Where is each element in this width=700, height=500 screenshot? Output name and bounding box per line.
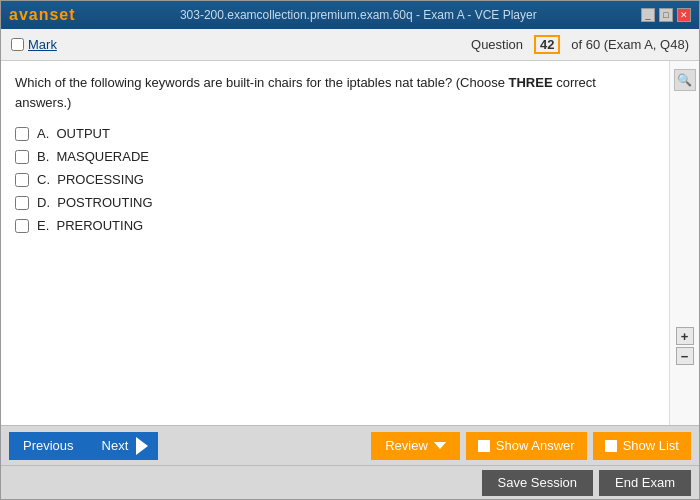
action-bar: Save Session End Exam xyxy=(1,465,699,499)
review-label: Review xyxy=(385,438,428,453)
show-answer-icon xyxy=(478,440,490,452)
previous-button[interactable]: Previous xyxy=(9,432,88,460)
window-controls: _ □ ✕ xyxy=(641,8,691,22)
show-list-label: Show List xyxy=(623,438,679,453)
logo: avanset xyxy=(9,6,76,24)
show-list-icon xyxy=(605,440,617,452)
mark-checkbox-label[interactable]: Mark xyxy=(11,37,57,52)
answer-checkbox-b[interactable] xyxy=(15,150,29,164)
right-sidebar: 🔍 + − xyxy=(669,61,699,425)
zoom-in-button[interactable]: + xyxy=(676,327,694,345)
main-content: Which of the following keywords are buil… xyxy=(1,61,669,425)
next-button[interactable]: Next xyxy=(88,432,159,460)
answer-label-d: D. POSTROUTING xyxy=(37,195,153,210)
answer-label-a: A. OUTPUT xyxy=(37,126,110,141)
search-icon[interactable]: 🔍 xyxy=(674,69,696,91)
toolbar: Mark Question 42 of 60 (Exam A, Q48) xyxy=(1,29,699,61)
next-label: Next xyxy=(102,438,129,453)
maximize-button[interactable]: □ xyxy=(659,8,673,22)
review-button[interactable]: Review xyxy=(371,432,460,460)
answer-checkbox-c[interactable] xyxy=(15,173,29,187)
question-text-bold: THREE xyxy=(509,75,553,90)
mark-checkbox-input[interactable] xyxy=(11,38,24,51)
main-window: avanset 303-200.examcollection.premium.e… xyxy=(0,0,700,500)
show-list-button[interactable]: Show List xyxy=(593,432,691,460)
show-answer-label: Show Answer xyxy=(496,438,575,453)
answer-label-b: B. MASQUERADE xyxy=(37,149,149,164)
logo-accent: av xyxy=(9,6,29,23)
nav-right-buttons: Review Show Answer Show List xyxy=(371,432,691,460)
question-info: Question 42 of 60 (Exam A, Q48) xyxy=(471,35,689,54)
question-text: Which of the following keywords are buil… xyxy=(15,73,655,112)
answer-label-c: C. PROCESSING xyxy=(37,172,144,187)
title-bar: avanset 303-200.examcollection.premium.e… xyxy=(1,1,699,29)
answer-option-c: C. PROCESSING xyxy=(15,172,655,187)
minimize-button[interactable]: _ xyxy=(641,8,655,22)
show-answer-button[interactable]: Show Answer xyxy=(466,432,587,460)
mark-label: Mark xyxy=(28,37,57,52)
end-exam-button[interactable]: End Exam xyxy=(599,470,691,496)
save-session-button[interactable]: Save Session xyxy=(482,470,594,496)
logo-text: avanset xyxy=(9,6,76,24)
answer-checkbox-e[interactable] xyxy=(15,219,29,233)
answer-option-a: A. OUTPUT xyxy=(15,126,655,141)
zoom-out-button[interactable]: − xyxy=(676,347,694,365)
nav-bar: Previous Next Review Show Answer Show Li… xyxy=(1,425,699,465)
content-area: Which of the following keywords are buil… xyxy=(1,61,699,425)
zoom-controls: + − xyxy=(676,327,694,365)
close-button[interactable]: ✕ xyxy=(677,8,691,22)
question-total: of 60 (Exam A, Q48) xyxy=(571,37,689,52)
answer-option-d: D. POSTROUTING xyxy=(15,195,655,210)
next-arrow-icon xyxy=(136,437,148,455)
question-number: 42 xyxy=(534,35,560,54)
answer-checkbox-d[interactable] xyxy=(15,196,29,210)
answer-option-e: E. PREROUTING xyxy=(15,218,655,233)
exam-title: 303-200.examcollection.premium.exam.60q … xyxy=(180,8,537,22)
answer-option-b: B. MASQUERADE xyxy=(15,149,655,164)
review-dropdown-icon xyxy=(434,442,446,449)
question-text-pre: Which of the following keywords are buil… xyxy=(15,75,509,90)
answer-checkbox-a[interactable] xyxy=(15,127,29,141)
answer-label-e: E. PREROUTING xyxy=(37,218,143,233)
question-label: Question xyxy=(471,37,523,52)
